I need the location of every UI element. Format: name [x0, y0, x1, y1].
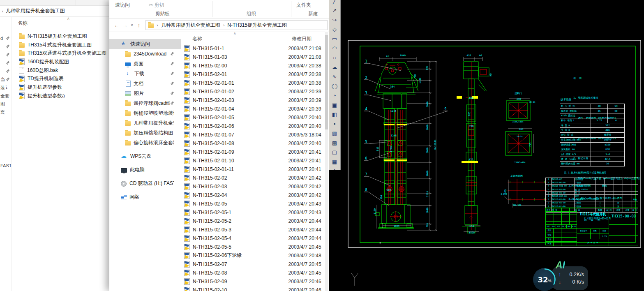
file-row[interactable]: N-TH315-02-01-10 2003/4/7 20:41 [181, 156, 325, 165]
column-header-date[interactable]: 修改日期 [292, 35, 312, 42]
file-row[interactable]: N-TH315-02-05-4 2003/4/7 20:44 [181, 234, 325, 242]
explorer-window[interactable]: 速访问 ✂ 剪切 文件夹 剪贴板 组织 新建 ← → ∨ ↑ › 几种常用提升机… [109, 0, 330, 291]
sidebar-item-fragment[interactable]: FAST [0, 162, 11, 170]
sidebar-item[interactable]: CD 驱动器 (H:) FAST [109, 178, 181, 188]
file-row[interactable]: N-TH315-02-07 2003/4/7 20:45 [181, 260, 325, 268]
recent-dropdown-button[interactable]: ∨ [129, 23, 135, 27]
file-row[interactable]: 160D总图.bak [11, 66, 109, 75]
file-row[interactable]: N-TH315-02-08 2003/4/7 20:45 [181, 268, 325, 277]
up-button[interactable]: ↑ [135, 22, 143, 28]
file-row[interactable]: N-TH315-02-01-02 2003/4/7 20:39 [181, 87, 325, 96]
file-row[interactable]: N-TH315-02-05-2 2003/4/7 20:44 [181, 217, 325, 225]
address-field[interactable]: › 几种常用提升机全套施工图 › N-TH315提升机全套施工图 [145, 20, 328, 30]
sidebar-item[interactable]: 遥控浮球阀cad绘 [109, 98, 181, 108]
sidebar-item[interactable]: 网络 [109, 192, 181, 202]
ellipse-arc-icon[interactable]: ◔ [329, 91, 340, 100]
polyline-icon[interactable]: ↪ [329, 15, 340, 25]
ellipse-icon[interactable]: ◯ [329, 81, 340, 91]
column-header-name[interactable]: 名称 [18, 20, 28, 27]
file-row[interactable]: N-TH315-02-01-04 2003/4/7 20:39 [181, 104, 325, 113]
sidebar-item-fragment[interactable]: 当 [0, 75, 11, 83]
file-row[interactable]: 160D提升机装配图 [11, 58, 109, 66]
sidebar-item[interactable]: 几种常用提升机全套 [109, 118, 181, 128]
gradient-icon[interactable]: ▩ [329, 138, 340, 148]
file-row[interactable]: N-TH315-02-01-11 2003/4/7 20:41 [181, 165, 325, 173]
point-icon[interactable]: ▪ [329, 119, 340, 129]
file-row[interactable]: N-TH315-01-1 2003/4/7 21:08 [181, 44, 325, 53]
vertical-scrollbar[interactable] [325, 32, 328, 291]
file-row[interactable]: N-TH315-02-01-07 2003/5/3 18:04 [181, 130, 325, 139]
region-icon[interactable]: ▢ [329, 148, 340, 157]
background-address-bar[interactable]: › 几种常用提升机全套施工图 [0, 5, 109, 17]
file-row[interactable]: 提升机选型参数a [11, 92, 109, 100]
sidebar-item-fragment[interactable]: d [0, 34, 11, 42]
insert-block-icon[interactable]: ▣ [329, 100, 340, 110]
folder-ribbon-label[interactable]: 文件夹 [296, 2, 311, 9]
sidebar-item[interactable]: 钢桶浸塑喷塑涂装设 [109, 108, 181, 118]
file-row[interactable]: TD提升机制造表 [11, 74, 109, 83]
progress-ball[interactable]: 32 % [533, 268, 556, 291]
back-button[interactable]: ← [113, 22, 121, 28]
file-row[interactable]: N-TH315-02-05 2003/4/7 20:43 [181, 199, 325, 208]
table-icon[interactable]: ▦ [329, 157, 340, 166]
sidebar-item-fragment[interactable] [0, 51, 11, 59]
sidebar-item-fragment[interactable]: 套 [0, 108, 11, 116]
sidebar-item-fragment[interactable]: 图 [0, 100, 11, 108]
sidebar-item[interactable]: 此电脑 [109, 165, 181, 175]
revcloud-icon[interactable]: ☁ [329, 62, 340, 72]
polygon-icon[interactable]: ◇ [329, 25, 340, 34]
cut-button[interactable]: ✂ 剪切 [149, 2, 164, 9]
spline-icon[interactable]: ∿ [329, 72, 340, 81]
cad-window[interactable]: ╱ ↗ ↪ ◇ ▭ [329, 0, 644, 291]
file-row[interactable]: N-TH315-02-05-3 2003/4/7 20:44 [181, 225, 325, 234]
file-row[interactable]: N-TH315提升机全套施工图 [11, 32, 109, 41]
scrollbar-thumb[interactable] [325, 35, 328, 129]
file-row[interactable]: N-TH315-02-01-05 2003/4/7 20:40 [181, 113, 325, 122]
file-row[interactable]: N-TH315-02-04 2003/4/7 20:42 [181, 191, 325, 199]
breadcrumb-parent[interactable]: 几种常用提升机全套施工图 [161, 22, 220, 29]
file-row[interactable]: N-TH315-02-01-08 2003/4/7 20:40 [181, 139, 325, 148]
file-row[interactable]: N-TH315-02-05-1 2003/4/7 20:43 [181, 208, 325, 217]
file-row[interactable]: N-TH315-02-02 2003/4/7 20:42 [181, 173, 325, 182]
quick-access-ribbon-label[interactable]: 速访问 [115, 2, 130, 9]
arc-icon[interactable]: ◠ [329, 44, 340, 53]
sidebar-item-fragment[interactable] [0, 42, 11, 51]
file-row[interactable]: N-TH315-02-00 2003/4/7 20:38 [181, 61, 325, 70]
download-widget[interactable]: AI ↑ 0.2K/s ↓ 0 K/s 32 % [530, 260, 612, 291]
sidebar-item[interactable]: 偏心旋转滚床全套制 [109, 138, 181, 148]
file-row[interactable]: N-TH315-02-01-09 2003/4/7 20:41 [181, 148, 325, 156]
mtext-icon[interactable]: A [329, 166, 340, 170]
rectangle-icon[interactable]: ▭ [329, 34, 340, 44]
file-row[interactable]: N-TH315-02-03 2003/4/7 20:42 [181, 182, 325, 191]
file-row[interactable]: N-TH315-02-10 2003/4/7 20:46 [181, 286, 325, 291]
make-block-icon[interactable]: ◧ [329, 110, 340, 119]
sidebar-item-fragment[interactable] [0, 67, 11, 75]
file-row[interactable]: N-TH315-02-01-01 2003/4/7 20:38 [181, 79, 325, 87]
file-row[interactable]: N-TH315-01-03 2003/4/7 21:08 [181, 53, 325, 61]
construction-line-icon[interactable]: ↗ [329, 6, 340, 15]
background-explorer-window[interactable]: › 几种常用提升机全套施工图 d [0, 0, 109, 291]
file-row[interactable]: N-TH315-02-01-06 2003/4/7 20:40 [181, 122, 325, 130]
sidebar-item-fragment[interactable] [0, 59, 11, 67]
sidebar-item[interactable]: 图片 [109, 88, 181, 98]
sidebar-item[interactable]: 下载 [109, 69, 181, 79]
file-row[interactable]: N-TH315-02-06下轮缘 2003/4/7 20:48 [181, 251, 325, 260]
sidebar-item[interactable]: WPS云盘 [109, 151, 181, 161]
file-row[interactable]: N-TH315-02-05-5 2003/4/7 20:45 [181, 242, 325, 251]
sidebar-item[interactable]: 加压精馏塔结构图 [109, 128, 181, 138]
forward-button[interactable]: → [121, 22, 129, 28]
breadcrumb-current[interactable]: N-TH315提升机全套施工图 [227, 22, 287, 29]
line-icon[interactable]: ╱ [329, 0, 340, 6]
sidebar-item[interactable]: 文档 [109, 79, 181, 88]
hatch-icon[interactable]: ▨ [329, 129, 340, 138]
file-row[interactable]: TH315双通道斗式提升机全套施工图 [11, 49, 109, 58]
file-row[interactable]: TH315斗式提升机全套施工图 [11, 41, 109, 49]
file-row[interactable]: N-TH315-02-01-03 2003/4/7 20:39 [181, 96, 325, 104]
sidebar-item[interactable]: 桌面 [109, 59, 181, 69]
sidebar-item[interactable]: 快速访问 [109, 39, 181, 49]
column-header-name[interactable]: 名称 [192, 35, 202, 42]
sidebar-item[interactable]: 2345Download [109, 49, 181, 59]
file-row[interactable]: 提升机选型参数 [11, 83, 109, 92]
sidebar-item-fragment[interactable]: 全套 [0, 92, 11, 100]
sidebar-item-fragment[interactable]: 装讠 [0, 83, 11, 92]
